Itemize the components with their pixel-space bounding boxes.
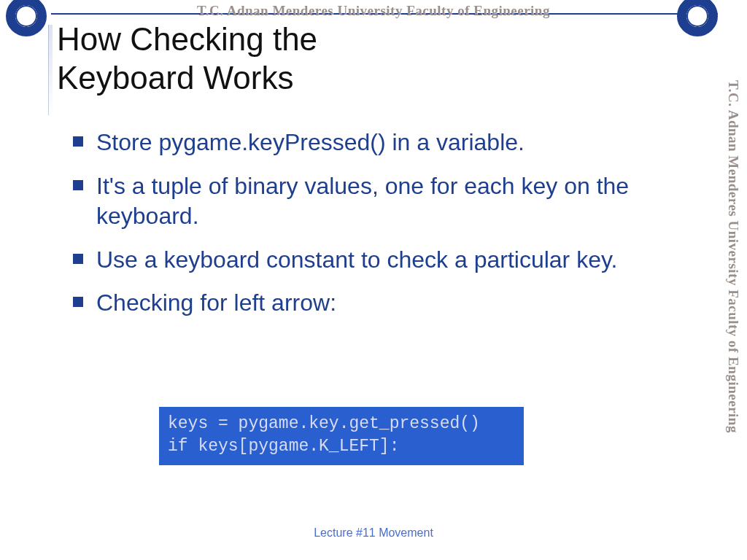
bullet-marker-icon: [73, 254, 83, 264]
code-line: if keys[pygame.K_LEFT]:: [168, 435, 515, 458]
bullet-text: It's a tuple of binary values, one for e…: [96, 171, 671, 232]
faculty-logo-right: [677, 0, 718, 36]
bullet-text: Use a keyboard constant to check a parti…: [96, 245, 617, 276]
header-institution: T.C. Adnan Menderes University Faculty o…: [0, 3, 747, 19]
bullet-list: Store pygame.keyPressed() in a variable.…: [73, 128, 671, 332]
bullet-item: Store pygame.keyPressed() in a variable.: [73, 128, 671, 158]
title-accent-bar: [48, 25, 53, 115]
slide-title: How Checking the Keyboard Works: [57, 20, 568, 98]
bullet-marker-icon: [73, 297, 83, 307]
code-block: keys = pygame.key.get_pressed() if keys[…: [159, 407, 524, 465]
title-line-1: How Checking the: [57, 21, 317, 57]
side-institution: T.C. Adnan Menderes University Faculty o…: [725, 80, 741, 433]
bullet-text: Store pygame.keyPressed() in a variable.: [96, 128, 525, 158]
bullet-text: Checking for left arrow:: [96, 288, 336, 319]
bullet-item: Checking for left arrow:: [73, 288, 671, 319]
bullet-item: Use a keyboard constant to check a parti…: [73, 245, 671, 276]
bullet-marker-icon: [73, 136, 83, 147]
bullet-item: It's a tuple of binary values, one for e…: [73, 171, 671, 232]
bullet-marker-icon: [73, 180, 83, 190]
title-line-2: Keyboard Works: [57, 60, 293, 96]
code-line: keys = pygame.key.get_pressed(): [168, 413, 515, 435]
university-logo-left: [6, 0, 47, 36]
footer-lecture-label: Lecture #11 Movement: [0, 526, 747, 540]
